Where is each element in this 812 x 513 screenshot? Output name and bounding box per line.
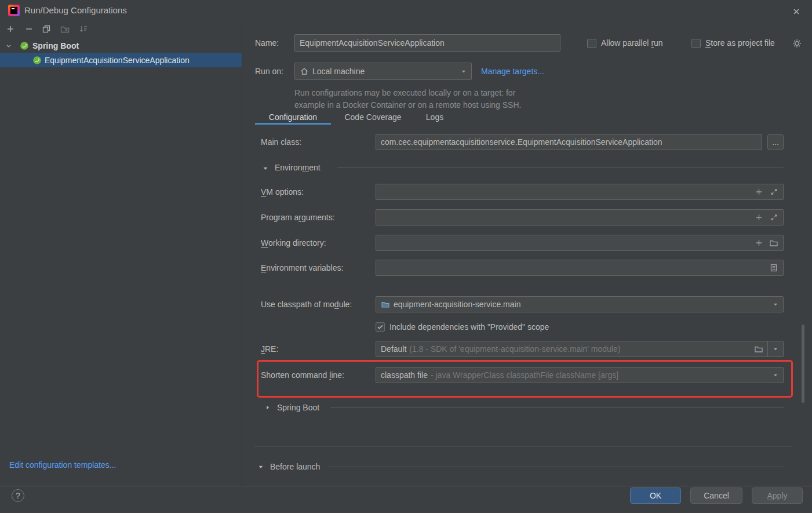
jre-label: JRE: [261, 341, 278, 357]
use-classpath-label: Use classpath of module: [261, 296, 352, 312]
main-class-value: com.cec.equipmentacquisitionservice.Equi… [381, 137, 662, 147]
tree-item-label: EquipmentAcquisitionServiceApplication [45, 56, 190, 65]
run-on-value: Local machine [312, 67, 365, 76]
cancel-button[interactable]: Cancel [690, 487, 742, 504]
program-arguments-field[interactable] [376, 209, 784, 225]
main-class-field[interactable]: com.cec.equipmentacquisitionservice.Equi… [376, 134, 762, 150]
store-as-project-file-label: Store as project file [705, 34, 775, 52]
vm-options-label: VM options: [261, 184, 304, 200]
tab-configuration[interactable]: Configuration [255, 111, 331, 123]
footer-divider [0, 486, 812, 486]
chevron-down-icon [460, 67, 468, 75]
allow-parallel-run-label: Allow parallel run [601, 34, 663, 52]
ok-button[interactable]: OK [630, 487, 681, 504]
scrollbar-thumb[interactable] [802, 325, 804, 403]
shorten-command-line-label: Shorten command line: [261, 367, 344, 383]
section-divider [328, 467, 784, 467]
run-on-help-line1: Run configurations may be executed local… [294, 87, 515, 99]
local-machine-icon [300, 67, 309, 76]
section-divider [330, 408, 784, 408]
expand-field-icon[interactable] [770, 188, 778, 197]
shorten-value: classpath file [381, 370, 428, 380]
content-bottom-border [254, 446, 792, 447]
module-icon [381, 300, 390, 309]
jre-dropdown-button[interactable] [767, 341, 783, 356]
working-directory-label: Working directory: [261, 235, 326, 251]
spring-boot-icon [20, 41, 29, 50]
remove-configuration-icon[interactable] [24, 24, 34, 34]
help-button[interactable]: ? [12, 489, 24, 502]
shorten-hint: - java WrapperClass classpathFile classN… [431, 370, 618, 380]
tree-item-selected[interactable]: EquipmentAcquisitionServiceApplication [0, 53, 242, 67]
env-vars-list-icon[interactable] [769, 263, 778, 272]
allow-parallel-run-checkbox[interactable] [587, 39, 596, 48]
provided-scope-label: Include dependencies with "Provided" sco… [389, 318, 549, 336]
spring-boot-section-expander-icon[interactable] [264, 404, 271, 411]
program-arguments-label: Program arguments: [261, 209, 335, 225]
run-on-label: Run on: [255, 63, 283, 80]
run-on-combobox[interactable]: Local machine [294, 63, 472, 80]
checkmark-icon [376, 323, 384, 331]
add-icon[interactable] [755, 239, 763, 248]
store-as-project-file-checkbox[interactable] [691, 39, 701, 48]
provided-scope-checkbox[interactable] [376, 322, 385, 332]
chevron-down-icon [771, 371, 780, 379]
name-label: Name: [255, 34, 279, 52]
edit-configuration-templates-link[interactable]: Edit configuration templates... [9, 459, 116, 471]
classpath-module-combobox[interactable]: equipment-acquisition-service.main [376, 296, 784, 312]
spring-boot-icon [32, 56, 42, 65]
classpath-module-value: equipment-acquisition-service.main [394, 300, 520, 309]
spring-boot-section-header[interactable]: Spring Boot [277, 403, 319, 412]
tab-logs[interactable]: Logs [415, 111, 454, 123]
tree-group-spring-boot[interactable]: Spring Boot [0, 38, 242, 53]
main-class-label: Main class: [261, 134, 301, 150]
run-on-help-line2: example in a Docker Container or on a re… [294, 99, 521, 111]
browse-folder-icon[interactable] [769, 238, 778, 248]
tab-code-coverage[interactable]: Code Coverage [336, 111, 410, 123]
environment-variables-label: Environment variables: [261, 260, 343, 276]
browse-main-class-button[interactable]: ... [767, 134, 784, 150]
tree-group-label: Spring Boot [32, 41, 79, 50]
before-launch-expander-icon[interactable] [257, 464, 264, 471]
environment-section-header[interactable]: Environment [275, 163, 321, 172]
environment-variables-field[interactable] [376, 260, 784, 276]
gear-icon[interactable] [792, 38, 802, 49]
apply-button[interactable]: Apply [752, 487, 803, 504]
add-icon[interactable] [755, 188, 763, 197]
sort-configurations-icon[interactable] [79, 24, 88, 34]
move-to-folder-icon[interactable] [60, 24, 70, 34]
chevron-down-icon[interactable] [5, 42, 13, 50]
active-tab-underline [255, 123, 331, 125]
jre-hint: (1.8 - SDK of 'equipment-acquisition-ser… [409, 344, 620, 354]
add-icon[interactable] [755, 213, 763, 222]
jre-combobox[interactable]: Default (1.8 - SDK of 'equipment-acquisi… [376, 341, 784, 357]
shorten-command-line-combobox[interactable]: classpath file - java WrapperClass class… [376, 367, 784, 383]
browse-folder-icon[interactable] [754, 344, 763, 354]
run-debug-configurations-dialog: Run/Debug Configurations Spring Boot Equ… [0, 0, 812, 513]
copy-configuration-icon[interactable] [42, 24, 51, 34]
environment-section-expander-icon[interactable] [262, 165, 269, 172]
close-icon[interactable] [788, 3, 804, 20]
working-directory-field[interactable] [376, 235, 784, 251]
expand-field-icon[interactable] [770, 213, 778, 222]
add-configuration-icon[interactable] [6, 24, 15, 34]
jre-value: Default [381, 344, 406, 354]
intellij-logo-icon [8, 5, 20, 16]
name-input[interactable] [294, 34, 560, 52]
dialog-title: Run/Debug Configurations [24, 0, 127, 21]
vm-options-field[interactable] [376, 184, 784, 200]
manage-targets-link[interactable]: Manage targets... [481, 63, 544, 80]
before-launch-header[interactable]: Before launch [270, 462, 320, 471]
panel-divider [242, 21, 242, 486]
chevron-down-icon [771, 300, 780, 308]
section-divider [337, 168, 784, 168]
